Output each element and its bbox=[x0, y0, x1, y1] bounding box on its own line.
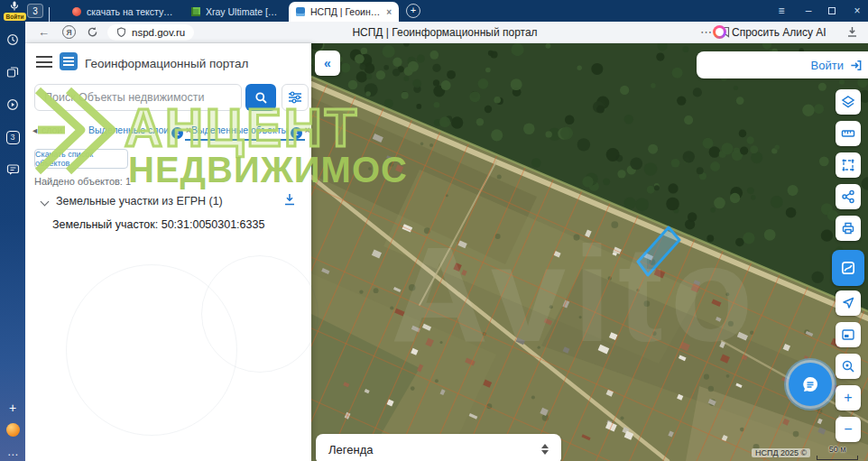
tab-counter[interactable]: 3 bbox=[27, 4, 43, 18]
count-badge: 1 bbox=[171, 127, 183, 139]
group-chevron-icon[interactable] bbox=[41, 198, 50, 207]
parcel-list-item[interactable]: Земельный участок: 50:31:0050301:6335 bbox=[52, 218, 264, 231]
yandex-profile-icon[interactable]: Я bbox=[62, 25, 76, 39]
tab-selected-layers[interactable]: Выделенные слои 1 × bbox=[88, 124, 191, 139]
page-title: НСПД | Геоинформационный портал bbox=[323, 22, 567, 43]
tab-xray[interactable]: Xray Ultimate [1.21.11] [1 bbox=[184, 3, 285, 20]
search-placeholder: Поиск Объекты недвижимости bbox=[44, 91, 204, 104]
share-button[interactable] bbox=[836, 184, 861, 209]
tab-layers-arrow: ◂ bbox=[32, 124, 37, 135]
tab-count-icon[interactable]: 3 bbox=[0, 126, 25, 148]
browser-window: Войти 3 скачать на текстуры на м Xray Ul… bbox=[0, 0, 868, 461]
minimap-icon bbox=[841, 327, 855, 342]
app-title: Геоинформационный портал bbox=[85, 57, 248, 70]
minimap-button[interactable] bbox=[836, 322, 861, 347]
count-badge: 1 bbox=[291, 127, 302, 139]
browser-menu-button[interactable]: ≡ bbox=[771, 0, 792, 22]
map-canvas[interactable]: Avito bbox=[311, 43, 868, 461]
draw-tools-button[interactable] bbox=[832, 250, 864, 286]
scale-label: 50 м bbox=[817, 445, 858, 454]
tab-label: НСПД | Геоинформаци bbox=[310, 6, 381, 17]
tab-layers[interactable]: слои bbox=[42, 124, 62, 135]
downloads-icon[interactable] bbox=[846, 26, 858, 38]
alice-button[interactable]: Спросить Алису AI bbox=[713, 25, 826, 39]
group-title[interactable]: Земельные участки из ЕГРН (1) bbox=[56, 195, 223, 207]
search-button[interactable] bbox=[245, 84, 276, 111]
measure-button[interactable] bbox=[836, 121, 861, 146]
area-measure-button[interactable] bbox=[836, 152, 861, 178]
tab-close-icon[interactable]: × bbox=[386, 7, 392, 17]
map-login-label: Войти bbox=[811, 59, 844, 72]
map-attribution: НСПД 2025 © bbox=[752, 448, 810, 457]
area-measure-icon bbox=[841, 158, 855, 172]
history-icon[interactable] bbox=[0, 29, 25, 51]
tab-nspd-active[interactable]: НСПД | Геоинформаци × bbox=[289, 2, 399, 22]
geo-search-button[interactable] bbox=[836, 354, 861, 379]
mic-icon bbox=[9, 1, 20, 12]
alice-label: Спросить Алису AI bbox=[732, 26, 826, 39]
share-icon bbox=[841, 189, 855, 204]
locate-icon bbox=[841, 296, 855, 310]
legend-label: Легенда bbox=[328, 443, 373, 456]
panel-menu-icon[interactable] bbox=[36, 56, 52, 68]
url-text: nspd.gov.ru bbox=[132, 27, 185, 38]
tab-textures[interactable]: скачать на текстуры на м bbox=[65, 3, 180, 20]
chat-icon bbox=[800, 374, 820, 394]
sidebar-add-icon[interactable]: + bbox=[0, 397, 25, 419]
zoom-in-button[interactable]: + bbox=[836, 385, 861, 410]
more-actions-icon[interactable]: ⋯ bbox=[700, 25, 712, 39]
sidebar-more-icon[interactable]: ⋯ bbox=[0, 444, 25, 461]
window-minimize-button[interactable]: – bbox=[798, 0, 819, 22]
tab-label: Выделенные слои bbox=[88, 124, 169, 135]
legend-expand-icon bbox=[541, 444, 549, 455]
tab-favicon bbox=[296, 7, 305, 16]
print-icon bbox=[841, 221, 855, 235]
layers-button[interactable] bbox=[836, 89, 861, 115]
panel-collapse-button[interactable]: « bbox=[315, 51, 340, 76]
group-download-icon[interactable] bbox=[283, 193, 296, 207]
site-security-icon bbox=[116, 27, 126, 38]
browser-tab-bar: Войти 3 скачать на текстуры на м Xray Ul… bbox=[0, 0, 868, 22]
new-tab-button[interactable]: + bbox=[406, 4, 420, 18]
tab-favicon bbox=[191, 7, 200, 16]
window-close-button[interactable]: × bbox=[846, 0, 868, 22]
map-brand-watermark: Avito bbox=[391, 218, 760, 370]
download-list-button[interactable]: Скачать список объектов bbox=[34, 149, 128, 169]
tab-selected-objects[interactable]: Выделенные объекты 1 × bbox=[191, 124, 310, 139]
tab-label: Xray Ultimate [1.21.11] [1 bbox=[206, 6, 278, 17]
geoportal-panel: Геоинформационный портал Поиск Объекты н… bbox=[25, 43, 311, 461]
chat-button[interactable] bbox=[789, 363, 832, 406]
browser-login-badge[interactable]: Войти bbox=[4, 13, 26, 21]
print-button[interactable] bbox=[836, 216, 861, 241]
layers-icon bbox=[841, 95, 855, 109]
chat-panel-icon[interactable] bbox=[0, 159, 25, 180]
search-filter-button[interactable] bbox=[282, 84, 309, 111]
window-maximize-button[interactable] bbox=[821, 0, 843, 22]
map-login-button[interactable]: Войти bbox=[697, 51, 868, 78]
legend-select[interactable]: Легенда bbox=[316, 434, 561, 461]
login-arrow-icon bbox=[849, 59, 863, 72]
tab-label: Выделенные объекты bbox=[191, 124, 288, 135]
ruler-icon bbox=[841, 126, 855, 141]
locate-button[interactable] bbox=[836, 290, 861, 316]
scale-bar bbox=[817, 456, 858, 460]
search-icon bbox=[254, 91, 268, 105]
tab-label: скачать на текстуры на м bbox=[87, 6, 173, 17]
tab-favicon bbox=[72, 7, 81, 16]
play-icon[interactable] bbox=[0, 94, 25, 115]
url-field[interactable]: nspd.gov.ru bbox=[107, 24, 194, 41]
address-bar: ← Я nspd.gov.ru НСПД | Геоинформационный… bbox=[25, 22, 868, 43]
filter-sliders-icon bbox=[288, 91, 302, 104]
back-icon[interactable]: ← bbox=[38, 25, 50, 39]
panel-watermark-circle bbox=[201, 255, 319, 373]
refresh-icon[interactable] bbox=[87, 26, 98, 38]
active-tab-underline bbox=[185, 139, 305, 141]
alice-mic-button[interactable]: Войти bbox=[3, 1, 26, 21]
nspd-logo-icon bbox=[60, 52, 78, 70]
zoom-out-button[interactable]: − bbox=[836, 417, 861, 442]
yandex-services-icon[interactable] bbox=[0, 419, 25, 440]
tab-close-icon[interactable]: × bbox=[305, 125, 310, 135]
browser-sidebar: 3 + ⋯ bbox=[0, 22, 25, 461]
tabs-panel-icon[interactable] bbox=[0, 61, 25, 83]
search-input[interactable]: Поиск Объекты недвижимости bbox=[34, 84, 242, 111]
